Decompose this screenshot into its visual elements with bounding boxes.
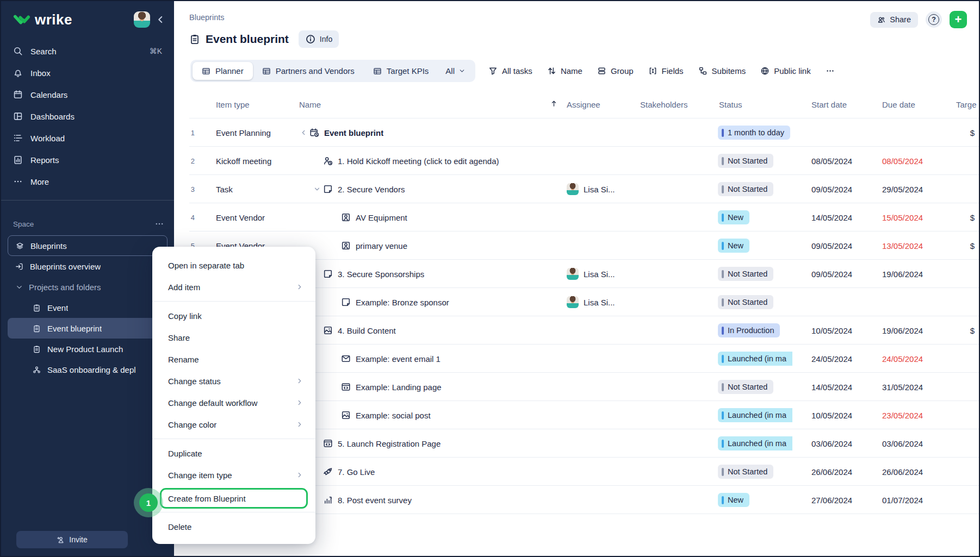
status-cell[interactable]: Not Started bbox=[714, 154, 806, 168]
sidebar-item-event-blueprint[interactable]: Event blueprint bbox=[8, 318, 168, 339]
sidebar-item-search[interactable]: Search⌘K bbox=[1, 40, 174, 62]
tab-planner[interactable]: Planner bbox=[193, 62, 253, 80]
header-name[interactable]: Name bbox=[295, 99, 561, 109]
due-date-cell[interactable]: 08/05/2024 bbox=[876, 157, 946, 166]
name-cell[interactable]: primary venue bbox=[295, 241, 561, 251]
due-date-cell[interactable]: 19/06/2024 bbox=[876, 326, 946, 335]
status-badge[interactable]: Launched (in ma bbox=[718, 352, 792, 366]
invite-button[interactable]: Invite bbox=[16, 531, 128, 548]
due-date-cell[interactable]: 13/05/2024 bbox=[876, 241, 946, 251]
item-name[interactable]: 7. Go Live bbox=[338, 467, 375, 477]
toolbar-all-tasks[interactable]: All tasks bbox=[488, 66, 532, 76]
menu-item-change-color[interactable]: Change color bbox=[152, 414, 315, 435]
menu-item-change-item-type[interactable]: Change item type bbox=[152, 464, 315, 486]
header-due-date[interactable]: Due date bbox=[876, 100, 946, 109]
item-name[interactable]: 3. Secure Sponsorships bbox=[338, 270, 424, 279]
status-badge[interactable]: Not Started bbox=[718, 182, 773, 196]
table-row[interactable]: 1Event PlanningEvent blueprint1 month to… bbox=[174, 118, 979, 147]
item-type-cell[interactable]: Event Planning bbox=[207, 128, 295, 137]
status-badge[interactable]: Not Started bbox=[718, 295, 773, 309]
header-item-type[interactable]: Item type bbox=[207, 100, 295, 109]
due-date-cell[interactable]: 24/05/2024 bbox=[876, 354, 946, 364]
target-cell[interactable]: $ bbox=[946, 213, 980, 222]
status-cell[interactable]: Not Started bbox=[714, 465, 806, 479]
status-cell[interactable]: Launched (in ma bbox=[714, 436, 806, 450]
item-name[interactable]: 8. Post event survey bbox=[338, 496, 412, 505]
assignee-avatar[interactable] bbox=[567, 268, 579, 280]
status-cell[interactable]: New bbox=[714, 210, 806, 224]
status-badge[interactable]: Launched (in ma bbox=[718, 408, 792, 422]
assignee-cell[interactable]: Lisa Si... bbox=[561, 268, 635, 280]
status-badge[interactable]: 1 month to dday bbox=[718, 126, 790, 140]
name-cell[interactable]: 1. Hold Kickoff meeting (click to edit a… bbox=[295, 156, 561, 166]
sidebar-item-inbox[interactable]: Inbox bbox=[1, 62, 174, 84]
name-cell[interactable]: 2. Secure Vendors bbox=[295, 184, 561, 194]
item-type-cell[interactable]: Event Vendor bbox=[207, 213, 295, 222]
status-cell[interactable]: Not Started bbox=[714, 267, 806, 281]
menu-item-add-item[interactable]: Add item bbox=[152, 276, 315, 298]
space-more-icon[interactable] bbox=[154, 219, 164, 229]
target-cell[interactable]: $ bbox=[946, 241, 980, 251]
toolbar-name[interactable]: Name bbox=[547, 66, 582, 76]
menu-item-change-default-workflow[interactable]: Change default workflow bbox=[152, 392, 315, 414]
sidebar-item-saas-onboarding-depl[interactable]: SaaS onboarding & depl bbox=[8, 359, 168, 380]
status-cell[interactable]: Not Started bbox=[714, 182, 806, 196]
table-row[interactable]: 4Event VendorAV EquipmentNew14/05/202415… bbox=[174, 203, 979, 231]
menu-item-rename[interactable]: Rename bbox=[152, 348, 315, 370]
sidebar-item-workload[interactable]: Workload bbox=[1, 127, 174, 149]
menu-item-open-in-separate-tab[interactable]: Open in separate tab bbox=[152, 254, 315, 276]
status-badge[interactable]: New bbox=[718, 493, 749, 507]
start-date-cell[interactable]: 24/05/2024 bbox=[806, 354, 876, 364]
target-cell[interactable]: $ bbox=[946, 326, 980, 335]
add-button[interactable]: + bbox=[950, 11, 967, 28]
item-name[interactable]: 4. Build Content bbox=[338, 326, 396, 335]
due-date-cell[interactable]: 29/05/2024 bbox=[876, 185, 946, 194]
name-cell[interactable]: 5. Launch Registration Page bbox=[295, 439, 561, 448]
item-name[interactable]: Event blueprint bbox=[324, 128, 383, 137]
start-date-cell[interactable]: 27/06/2024 bbox=[806, 496, 876, 505]
sidebar-item-new-product-launch[interactable]: New Product Launch bbox=[8, 339, 168, 359]
assignee-cell[interactable]: Lisa Si... bbox=[561, 296, 635, 308]
name-cell[interactable]: Event blueprint bbox=[295, 128, 561, 137]
status-cell[interactable]: Not Started bbox=[714, 380, 806, 394]
tab-partners-and-vendors[interactable]: Partners and Vendors bbox=[253, 62, 364, 80]
item-name[interactable]: Example: Bronze sponsor bbox=[356, 298, 449, 307]
toolbar-subitems[interactable]: Subitems bbox=[698, 66, 746, 76]
item-name[interactable]: Example: social post bbox=[356, 411, 431, 420]
item-type-cell[interactable]: Kickoff meeting bbox=[207, 157, 295, 166]
table-row[interactable]: 3Task2. Secure VendorsLisa Si...Not Star… bbox=[174, 175, 979, 203]
item-name[interactable]: 2. Secure Vendors bbox=[338, 185, 405, 194]
header-assignee[interactable]: Assignee bbox=[561, 100, 635, 109]
sidebar-item-blueprints-overview[interactable]: Blueprints overview bbox=[8, 256, 168, 277]
status-cell[interactable]: New bbox=[714, 493, 806, 507]
start-date-cell[interactable]: 10/05/2024 bbox=[806, 326, 876, 335]
collapse-down-icon[interactable] bbox=[311, 185, 323, 193]
share-button[interactable]: Share bbox=[870, 12, 918, 28]
due-date-cell[interactable]: 03/06/2024 bbox=[876, 439, 946, 448]
menu-item-share[interactable]: Share bbox=[152, 327, 315, 348]
status-cell[interactable]: 1 month to dday bbox=[714, 126, 806, 140]
sidebar-item-projects-and-folders[interactable]: Projects and folders bbox=[8, 277, 168, 297]
assignee-avatar[interactable] bbox=[567, 296, 579, 308]
assignee-cell[interactable]: Lisa Si... bbox=[561, 183, 635, 195]
name-cell[interactable]: AV Equipment bbox=[295, 212, 561, 222]
name-cell[interactable]: 7. Go Live bbox=[295, 467, 561, 477]
tab-filter-all[interactable]: All bbox=[438, 62, 473, 80]
sidebar-item-blueprints[interactable]: Blueprints bbox=[8, 235, 168, 256]
status-badge[interactable]: New bbox=[718, 210, 749, 224]
menu-item-copy-link[interactable]: Copy link bbox=[152, 305, 315, 327]
name-cell[interactable]: Example: Landing page bbox=[295, 382, 561, 392]
name-cell[interactable]: Example: Bronze sponsor bbox=[295, 297, 561, 307]
item-name[interactable]: Example: event email 1 bbox=[356, 354, 441, 364]
item-name[interactable]: primary venue bbox=[356, 241, 407, 251]
start-date-cell[interactable]: 26/06/2024 bbox=[806, 467, 876, 477]
toolbar-fields[interactable]: Fields bbox=[648, 66, 684, 76]
due-date-cell[interactable]: 15/05/2024 bbox=[876, 213, 946, 222]
status-cell[interactable]: Not Started bbox=[714, 295, 806, 309]
table-row[interactable]: 2Kickoff meeting1. Hold Kickoff meeting … bbox=[174, 147, 979, 175]
due-date-cell[interactable]: 31/05/2024 bbox=[876, 383, 946, 392]
status-badge[interactable]: Not Started bbox=[718, 380, 773, 394]
menu-item-duplicate[interactable]: Duplicate bbox=[152, 442, 315, 464]
help-button[interactable]: ? bbox=[926, 11, 942, 28]
toolbar-group[interactable]: Group bbox=[597, 66, 634, 76]
